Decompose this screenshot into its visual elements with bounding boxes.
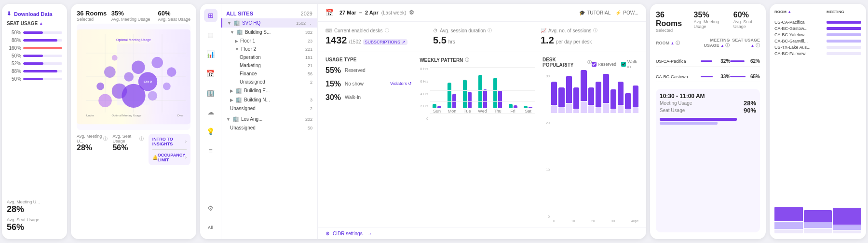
nav-cloud-icon[interactable]: ☁ bbox=[204, 105, 217, 119]
dp-col bbox=[551, 82, 557, 113]
metric-info-2[interactable]: ⓘ bbox=[593, 28, 597, 34]
nav-all-icon[interactable]: All bbox=[204, 221, 217, 234]
svg-point-13 bbox=[132, 61, 145, 74]
svg-point-20 bbox=[98, 94, 112, 107]
tree-item-building-e[interactable]: ▶ 🏢 Building E... bbox=[221, 86, 317, 95]
refresh-icon: ↺ bbox=[408, 81, 412, 86]
expand-icon-be: ▶ bbox=[230, 88, 233, 93]
svg-point-9 bbox=[96, 83, 104, 90]
pr-table-row-0: US-CA-Pacifica 32% 62% bbox=[656, 56, 760, 67]
violators-link[interactable]: Violators ↺ bbox=[390, 81, 412, 86]
tree-item-building-n[interactable]: ▶ 🏢 Building N... 3 bbox=[221, 95, 317, 104]
info-icon[interactable]: ⓘ bbox=[103, 136, 108, 142]
calendar-icon-main: 📅 bbox=[326, 9, 334, 16]
usage-bar-row: 88% bbox=[7, 69, 62, 74]
nav-calendar-icon[interactable]: 📅 bbox=[204, 67, 217, 80]
avg-seat-stat: Avg. Seat Usage 56% bbox=[7, 217, 62, 232]
day-sat: Sat bbox=[521, 71, 535, 114]
weekly-info-icon[interactable]: ⓘ bbox=[465, 57, 469, 63]
charts-area: USAGE TYPE 55% Reserved 15% bbox=[318, 52, 646, 228]
bubble-header: 36 Rooms Selected 35% Avg. Meeting Usage… bbox=[77, 10, 190, 22]
legend-walkin[interactable]: Walk in bbox=[621, 59, 638, 69]
expand-icon-la: ▼ bbox=[226, 117, 231, 122]
svg-text:Optimal Meeting Usage: Optimal Meeting Usage bbox=[116, 38, 151, 42]
insights-box: INTRO TO INSIGHTS › 🔔 OCCUPANCY LIMIT › bbox=[149, 134, 190, 165]
timer-icon: ⏱ bbox=[433, 28, 438, 33]
intro-insights-button[interactable]: INTRO TO INSIGHTS › bbox=[152, 137, 187, 146]
info-icon-2[interactable]: ⓘ bbox=[139, 136, 144, 142]
reserved-bar: 55% Reserved bbox=[326, 66, 412, 75]
tree-nav: ALL SITES 2029 ▼ 🏢 SVC HQ 1502 ⋮ ▼ 🏢 Bui… bbox=[221, 4, 318, 239]
expand-icon: ▼ bbox=[227, 21, 231, 26]
mini-meeting-usage: Meeting Usage 28% bbox=[660, 100, 756, 107]
tree-item-building-s[interactable]: ▼ 🏢 Building S... 302 bbox=[221, 28, 317, 37]
tree-item-unassigned-svchq[interactable]: Unassigned 2 bbox=[221, 104, 317, 113]
tree-item-unassigned-f2[interactable]: Unassigned 2 bbox=[221, 78, 317, 86]
desk-pop-header: DESK POPULARITY ⓘ Reserved Walk in bbox=[542, 57, 638, 71]
sessions-icon: 📈 bbox=[541, 28, 546, 33]
svg-point-12 bbox=[124, 72, 134, 82]
external-link-icon: ↗ bbox=[402, 40, 406, 44]
tree-item-floor2[interactable]: ▼ Floor 2 221 bbox=[221, 45, 317, 53]
svg-text:Over: Over bbox=[177, 114, 183, 117]
pr-rooms-stat: 36 Rooms Selected bbox=[656, 11, 686, 33]
svg-point-16 bbox=[163, 83, 171, 90]
arrow-right-icon: → bbox=[367, 231, 372, 236]
main-content-area: 📅 27 Mar – 2 Apr (Last week) ⚙ 🎓 TUTORIA… bbox=[318, 4, 646, 239]
panel-far-right: ROOM ▲ MEETING US-CA-Pacifica CA-BC-Gast… bbox=[770, 4, 866, 239]
subscriptions-badge[interactable]: SUBSCRIPTIONS ↗ bbox=[363, 39, 408, 45]
desk-pop-info-icon[interactable]: ⓘ bbox=[587, 59, 592, 66]
reserved-checkbox[interactable] bbox=[592, 62, 597, 67]
nav-settings-icon[interactable]: ⚙ bbox=[204, 201, 217, 215]
tree-nav-header: ALL SITES 2029 bbox=[221, 9, 317, 18]
tree-item-unassigned-la[interactable]: Unassigned 50 bbox=[221, 124, 317, 132]
chevron-right-icon: › bbox=[185, 139, 187, 144]
nav-building-icon[interactable]: 🏢 bbox=[204, 86, 217, 100]
weekly-pattern-section: WEEKLY PATTERN ⓘ 8 Hrs 6 Hrs 4 Hrs 2 Hrs… bbox=[420, 57, 535, 223]
tree-item-marketing[interactable]: Marketing 21 bbox=[221, 61, 317, 70]
nav-home-icon[interactable]: ⊞ bbox=[204, 9, 217, 22]
svg-point-19 bbox=[122, 84, 145, 108]
nav-sidebar: ⊞ ▦ 📊 📅 🏢 ☁ 💡 ≡ ⚙ All bbox=[200, 4, 221, 239]
top-bar-right: 🎓 TUTORIAL ⚡ POW... bbox=[579, 10, 638, 15]
desk-icon: ⌨ bbox=[326, 28, 332, 33]
cidr-settings-row[interactable]: ⚙ CIDR settings → bbox=[318, 228, 646, 239]
dp-col bbox=[603, 74, 609, 113]
metric-info-1[interactable]: ⓘ bbox=[488, 28, 492, 34]
metric-info-0[interactable]: ⓘ bbox=[385, 28, 389, 34]
usage-type-bars: 55% Reserved 15% No show bbox=[326, 66, 412, 102]
panel-left: ⬇ Download Data SEAT USAGE ▲ 50% 88% 160… bbox=[2, 4, 67, 239]
bell-icon: 🔔 bbox=[152, 155, 158, 160]
tree-item-svchq[interactable]: ▼ 🏢 SVC HQ 1502 ⋮ bbox=[221, 18, 317, 28]
download-button[interactable]: ⬇ Download Data bbox=[7, 11, 62, 17]
far-right-row-2: CA-BC-Yaletow... bbox=[774, 32, 861, 37]
power-button[interactable]: ⚡ POW... bbox=[615, 10, 638, 15]
dp-col bbox=[566, 76, 572, 113]
tree-item-operation[interactable]: Operation 151 bbox=[221, 53, 317, 61]
svg-point-15 bbox=[151, 57, 163, 69]
tree-item-losangeles[interactable]: ▼ 🏢 Los Ang... 202 bbox=[221, 114, 317, 124]
usage-bar-row: 50% bbox=[7, 76, 62, 82]
main-top-bar: 📅 27 Mar – 2 Apr (Last week) ⚙ 🎓 TUTORIA… bbox=[318, 4, 646, 22]
date-range: 27 Mar – 2 Apr (Last week) ⚙ bbox=[339, 9, 414, 16]
tutorial-button[interactable]: 🎓 TUTORIAL bbox=[579, 10, 610, 15]
nav-chart-icon[interactable]: 📊 bbox=[204, 47, 217, 61]
pr-table-row-1: CA-BC-Gastown 33% 65% bbox=[656, 71, 760, 82]
walkin-checkbox[interactable] bbox=[621, 62, 626, 67]
far-right-row-0: US-CA-Pacifica bbox=[774, 20, 861, 25]
settings-icon-cidr: ⚙ bbox=[326, 231, 330, 236]
mini-seat-usage: Seat Usage 90% bbox=[660, 107, 756, 114]
tree-item-finance[interactable]: Finance 56 bbox=[221, 70, 317, 78]
far-right-table-header: ROOM ▲ MEETING bbox=[774, 10, 861, 14]
occupancy-limit-button[interactable]: 🔔 OCCUPANCY LIMIT › bbox=[152, 153, 187, 162]
settings-gear-icon[interactable]: ⚙ bbox=[409, 9, 414, 16]
mini-card: 10:30 - 11:00 AM Meeting Usage 28% Seat … bbox=[656, 89, 760, 232]
nav-grid-icon[interactable]: ▦ bbox=[204, 28, 217, 42]
legend-reserved[interactable]: Reserved bbox=[592, 62, 617, 67]
nav-bulb-icon[interactable]: 💡 bbox=[204, 125, 217, 138]
pr-header: 36 Rooms Selected 35% Avg. Meeting Usage… bbox=[656, 11, 760, 33]
building-icon: 🏢 bbox=[233, 20, 240, 26]
svg-point-10 bbox=[104, 66, 116, 78]
tree-item-floor1[interactable]: ▶ Floor 1 23 bbox=[221, 37, 317, 45]
nav-list-icon[interactable]: ≡ bbox=[204, 144, 217, 157]
